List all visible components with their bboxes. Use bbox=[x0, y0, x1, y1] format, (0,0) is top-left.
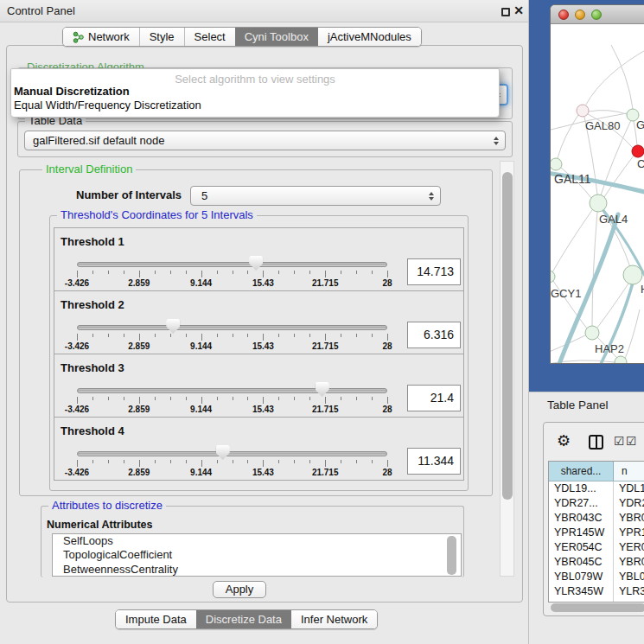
tab-style[interactable]: Style bbox=[139, 28, 184, 46]
tick-mark bbox=[387, 460, 388, 467]
split-columns-icon[interactable] bbox=[589, 435, 603, 450]
table-cell[interactable]: YER054C bbox=[549, 540, 614, 555]
apply-button[interactable]: Apply bbox=[213, 581, 266, 598]
algorithm-item-manual-discretization[interactable]: Manual Discretization bbox=[11, 85, 499, 99]
table-cell[interactable]: YBL079W bbox=[549, 570, 614, 584]
table-cell[interactable]: YLR345W bbox=[549, 584, 614, 599]
combo-arrows-icon bbox=[429, 192, 434, 201]
tab-jactivemnodules[interactable]: jActiveMNodules bbox=[318, 28, 421, 46]
column-header-name[interactable]: n bbox=[614, 462, 644, 481]
node-hap2[interactable] bbox=[585, 326, 599, 340]
tab-cyni-toolbox[interactable]: Cyni Toolbox bbox=[235, 28, 318, 46]
table-cell[interactable]: YBR045C bbox=[549, 555, 614, 570]
slider-ticks bbox=[77, 271, 387, 278]
node-gal80[interactable] bbox=[577, 105, 589, 117]
algorithm-item-equal-width-frequency[interactable]: Equal Width/Frequency Discretization bbox=[11, 99, 499, 112]
threshold-4-value-field[interactable]: 11.344 bbox=[407, 448, 461, 475]
table-cell[interactable]: YBR043C bbox=[549, 511, 614, 526]
table-row[interactable]: YLR345WYLR3 bbox=[549, 584, 644, 599]
table-row[interactable]: YBL079WYBL0 bbox=[549, 570, 644, 584]
scale-label: 21.715 bbox=[312, 405, 339, 414]
table-cell[interactable]: YDR2 bbox=[614, 496, 644, 511]
table-cell[interactable]: YBR0 bbox=[614, 511, 644, 526]
content-scrollbar-track[interactable] bbox=[500, 161, 514, 577]
tab-impute-data[interactable]: Impute Data bbox=[116, 610, 196, 628]
attribute-list-item[interactable]: BetweennessCentrality bbox=[53, 563, 461, 577]
table-row[interactable]: YBR045CYBR0 bbox=[549, 555, 644, 570]
close-icon[interactable]: ✕ bbox=[513, 3, 524, 17]
table-row[interactable]: YBR043CYBR0 bbox=[549, 511, 644, 526]
table-cell[interactable]: YIL052C bbox=[549, 599, 614, 603]
threshold-2-value-field[interactable]: 6.316 bbox=[407, 322, 461, 348]
table-cell[interactable]: YER0 bbox=[614, 540, 644, 555]
threshold-2-slider-track[interactable] bbox=[77, 325, 387, 330]
threshold-1-value-field[interactable]: 14.713 bbox=[407, 258, 461, 285]
tick-mark bbox=[170, 460, 171, 463]
table-cell[interactable]: YIL0 bbox=[614, 599, 644, 603]
threshold-2-slider-thumb[interactable] bbox=[166, 319, 180, 334]
network-window-titlebar[interactable] bbox=[551, 5, 644, 24]
interval-definition-group-label: Interval Definition bbox=[42, 163, 136, 175]
checkbox-icon[interactable]: ☑ bbox=[626, 434, 637, 448]
minimize-traffic-light-icon[interactable] bbox=[575, 10, 585, 20]
scale-label: 2.859 bbox=[128, 405, 150, 414]
node[interactable] bbox=[623, 265, 642, 284]
attribute-list-item[interactable]: SelfLoops bbox=[53, 534, 461, 548]
table-horizontal-scrollbar[interactable] bbox=[551, 603, 644, 612]
node-gal4[interactable] bbox=[590, 194, 607, 212]
number-of-intervals-combobox[interactable]: 5 bbox=[190, 186, 441, 206]
content-scrollbar-thumb[interactable] bbox=[502, 172, 513, 500]
table-cell[interactable]: YBR0 bbox=[614, 555, 644, 570]
tab-select[interactable]: Select bbox=[184, 28, 235, 46]
table-cell[interactable]: YBL0 bbox=[614, 570, 644, 584]
zoom-traffic-light-icon[interactable] bbox=[591, 10, 602, 20]
attribute-list-item[interactable]: TopologicalCoefficient bbox=[53, 548, 461, 562]
tick-mark bbox=[92, 460, 93, 463]
threshold-3-slider-track[interactable] bbox=[77, 388, 387, 393]
table-cell[interactable]: YDL19... bbox=[549, 481, 614, 496]
node[interactable] bbox=[615, 356, 627, 364]
table-cell[interactable]: YDL1 bbox=[614, 481, 644, 496]
threshold-panels: Threshold 1 -3.4262.8599.14415.4321.7152… bbox=[54, 227, 464, 481]
threshold-1-slider-thumb[interactable] bbox=[249, 256, 263, 271]
table-cell[interactable]: YPR1 bbox=[614, 526, 644, 540]
threshold-3-value-field[interactable]: 21.4 bbox=[407, 385, 461, 411]
network-canvas[interactable]: GAL80 GA C GAL11 GAL4 GCY1 H HAP2 bbox=[551, 24, 644, 364]
tick-mark bbox=[124, 397, 124, 400]
node-gal11[interactable] bbox=[551, 158, 562, 170]
node-selected-red[interactable] bbox=[632, 145, 644, 157]
table-row[interactable]: YDL19...YDL1 bbox=[549, 481, 644, 496]
threshold-2-label: Threshold 2 bbox=[61, 298, 124, 311]
close-traffic-light-icon[interactable] bbox=[558, 10, 569, 20]
algorithm-hint-item[interactable]: Select algorithm to view settings bbox=[11, 69, 499, 85]
numerical-attributes-list[interactable]: SelfLoopsTopologicalCoefficientBetweenne… bbox=[52, 533, 462, 577]
node-gcy1[interactable] bbox=[551, 271, 555, 283]
tick-mark bbox=[325, 397, 326, 404]
threshold-3-slider-thumb[interactable] bbox=[316, 382, 329, 397]
tab-network[interactable]: Network bbox=[63, 28, 139, 46]
tick-mark bbox=[92, 334, 93, 337]
threshold-3-label: Threshold 3 bbox=[61, 361, 124, 374]
table-row[interactable]: YPR145WYPR1 bbox=[549, 526, 644, 540]
threshold-4-slider-track[interactable] bbox=[77, 451, 387, 456]
table-row[interactable]: YIL052CYIL0 bbox=[549, 599, 644, 603]
table-data-selected-value: galFiltered.sif default node bbox=[33, 134, 164, 147]
tab-infer-network[interactable]: Infer Network bbox=[291, 610, 377, 628]
node-label: GCY1 bbox=[551, 287, 581, 300]
table-row[interactable]: YER054CYER0 bbox=[549, 540, 644, 555]
table-data-combobox[interactable]: galFiltered.sif default node bbox=[24, 131, 506, 150]
table-cell[interactable]: YPR145W bbox=[549, 526, 614, 540]
gear-icon[interactable]: ⚙ bbox=[557, 431, 571, 450]
table-cell[interactable]: YLR3 bbox=[614, 584, 644, 599]
float-window-icon[interactable] bbox=[501, 8, 510, 16]
tick-mark bbox=[186, 397, 187, 400]
table-cell[interactable]: YDR27... bbox=[549, 496, 614, 511]
threshold-4-slider-thumb[interactable] bbox=[216, 445, 230, 460]
tick-mark bbox=[108, 397, 109, 400]
checkbox-icon[interactable]: ☑ bbox=[614, 434, 625, 448]
attributes-list-scrollbar[interactable] bbox=[447, 536, 456, 575]
table-row[interactable]: YDR27...YDR2 bbox=[549, 496, 644, 511]
tab-discretize-data[interactable]: Discretize Data bbox=[196, 610, 291, 628]
threshold-1-slider-track[interactable] bbox=[77, 262, 387, 267]
column-header-shared-name[interactable]: shared... bbox=[549, 462, 614, 481]
